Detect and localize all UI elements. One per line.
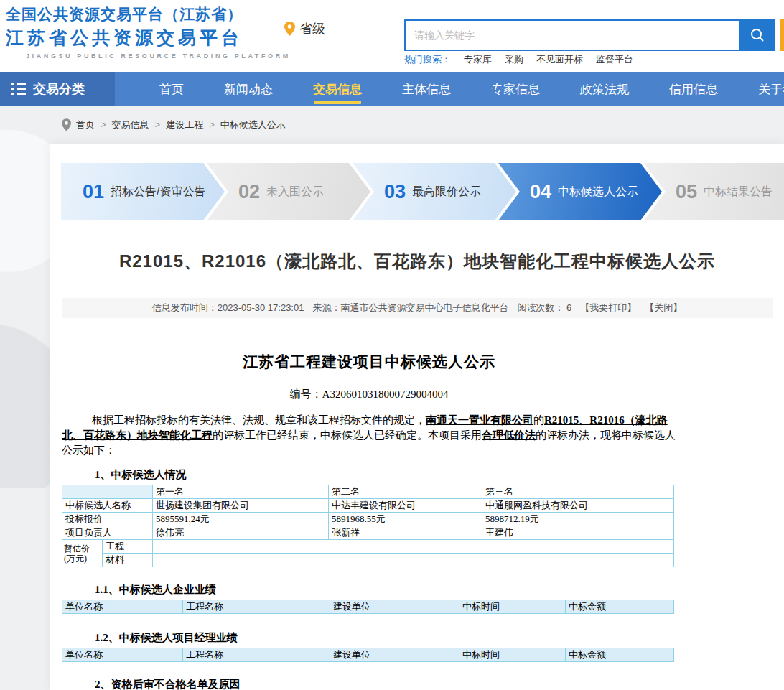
nav-item-专家信息[interactable]: 专家信息 <box>491 72 540 106</box>
nav-item-新闻动态[interactable]: 新闻动态 <box>224 72 273 106</box>
nav-item-关于我们[interactable]: 关于我们 <box>758 72 784 106</box>
trade-category-button[interactable]: 交易分类 <box>0 72 115 106</box>
search-button[interactable] <box>739 19 775 51</box>
step-label: 中标结果公告 <box>704 185 773 200</box>
step-label: 未入围公示 <box>266 185 324 200</box>
step-label: 最高限价公示 <box>412 185 481 200</box>
process-steps: 01招标公告/资审公告02未入围公示03最高限价公示04中标候选人公示05中标结… <box>61 163 784 220</box>
hot-search-item[interactable]: 监督平台 <box>596 54 633 65</box>
column-header: 工程名称 <box>183 600 330 614</box>
article-meta-bar: 信息发布时间：2023-05-30 17:23:01 来源：南通市公共资源交易中… <box>62 298 773 318</box>
platform-level: 省级 <box>284 20 325 37</box>
row-label: 中标候选人名称 <box>62 499 153 513</box>
main-nav: 交易分类 首页新闻动态交易信息主体信息专家信息政策法规信用信息关于我们 <box>0 72 784 106</box>
breadcrumb-pin-icon <box>62 118 71 131</box>
row-value: 徐伟亮 <box>153 526 329 540</box>
row-value: 世扬建设集团有限公司 <box>153 499 329 513</box>
table-header-row: 单位名称工程名称建设单位中标时间中标金额 <box>62 600 674 614</box>
row-value: 5895591.24元 <box>153 513 329 526</box>
document-paragraph: 根据工程招标投标的有关法律、法规、规章和该工程招标文件的规定，南通天一置业有限公… <box>62 413 676 458</box>
search-input[interactable] <box>404 19 739 51</box>
row-value: 中通服网盈科技有限公司 <box>482 499 674 513</box>
column-header: 中标时间 <box>459 648 566 662</box>
table-row: 项目负责人徐伟亮张新祥王建伟 <box>62 526 674 540</box>
process-step-01[interactable]: 01招标公告/资审公告 <box>61 163 225 220</box>
view-count: 阅读次数： 6 <box>517 302 571 314</box>
close-button[interactable]: 【关闭】 <box>645 302 682 314</box>
paragraph-emphasis: 合理低价法 <box>482 429 536 441</box>
logo-tagline: JIANGSU PUBLIC RESOURCE TRADING PLATFORM <box>26 52 291 60</box>
row-value: 5898712.19元 <box>482 513 674 526</box>
nav-item-首页[interactable]: 首页 <box>159 72 184 106</box>
section1-heading: 1、中标候选人情况 <box>95 468 676 482</box>
table-row: 材料 <box>62 554 674 567</box>
nav-item-主体信息[interactable]: 主体信息 <box>402 72 451 106</box>
hot-search-item[interactable]: 采购 <box>505 54 523 65</box>
breadcrumb-separator: > <box>155 119 161 130</box>
column-header: 单位名称 <box>62 648 183 662</box>
publish-time: 信息发布时间：2023-05-30 17:23:01 <box>152 302 304 314</box>
breadcrumb: 首页>交易信息>建设工程>中标候选人公示 <box>62 106 286 144</box>
location-pin-icon <box>284 22 295 36</box>
table-row: 中标候选人名称世扬建设集团有限公司中达丰建设有限公司中通服网盈科技有限公司 <box>62 499 674 513</box>
candidates-table: 第一名第二名第三名中标候选人名称世扬建设集团有限公司中达丰建设有限公司中通服网盈… <box>62 485 674 567</box>
process-step-04[interactable]: 04中标候选人公示 <box>498 163 662 220</box>
breadcrumb-item[interactable]: 交易信息 <box>112 119 149 130</box>
trade-category-label: 交易分类 <box>33 80 85 98</box>
breadcrumb-item[interactable]: 建设工程 <box>166 119 203 130</box>
content-card: 01招标公告/资审公告02未入围公示03最高限价公示04中标候选人公示05中标结… <box>50 144 784 690</box>
process-step-05[interactable]: 05中标结果公告 <box>644 163 784 220</box>
table-row: 投标报价5895591.24元5891968.55元5898712.19元 <box>62 513 674 526</box>
rank-header: 第二名 <box>329 485 482 499</box>
nav-item-交易信息[interactable]: 交易信息 <box>313 72 362 106</box>
estimate-value <box>153 554 674 567</box>
breadcrumb-separator: > <box>101 119 106 130</box>
breadcrumb-item[interactable]: 首页 <box>76 119 95 130</box>
row-value: 张新祥 <box>329 526 482 540</box>
row-value: 王建伟 <box>482 526 674 540</box>
document-code: 编号：A3206010318000729004004 <box>62 388 676 401</box>
step-number: 05 <box>676 181 697 203</box>
hot-search-label: 热门搜索： <box>404 53 451 66</box>
site-logo: 全国公共资源交易平台（江苏省） 江苏省公共资源交易平台 JIANGSU PUBL… <box>6 4 291 60</box>
table-row: 第一名第二名第三名 <box>62 485 674 499</box>
step-number: 03 <box>384 181 406 203</box>
corner-cell <box>62 485 153 499</box>
nav-item-政策法规[interactable]: 政策法规 <box>580 72 629 106</box>
list-icon <box>11 82 26 97</box>
paragraph-text: 根据工程招标投标的有关法律、法规、规章和该工程招标文件的规定， <box>92 414 426 426</box>
table-header-row: 单位名称工程名称建设单位中标时间中标金额 <box>62 648 674 662</box>
paragraph-emphasis: 南通天一置业有限公司 <box>426 414 533 426</box>
step-number: 04 <box>530 181 551 203</box>
breadcrumb-separator: > <box>209 119 215 130</box>
logo-line1: 全国公共资源交易平台（江苏省） <box>6 4 291 24</box>
row-value: 中达丰建设有限公司 <box>329 499 482 513</box>
column-header: 中标金额 <box>566 600 674 614</box>
section2-heading: 2、资格后审不合格名单及原因 <box>95 678 676 690</box>
row-label: 投标报价 <box>62 513 153 526</box>
breadcrumb-item[interactable]: 中标候选人公示 <box>220 119 286 130</box>
column-header: 中标时间 <box>459 600 566 614</box>
column-header: 建设单位 <box>330 648 459 662</box>
row-value: 5891968.55元 <box>329 513 482 526</box>
table-row: 暂估价(万元)工程 <box>62 540 674 554</box>
manager-performance-table: 单位名称工程名称建设单位中标时间中标金额 <box>62 648 674 662</box>
source: 来源：南通市公共资源交易中心电子信息化平台 <box>312 302 508 314</box>
process-step-03[interactable]: 03最高限价公示 <box>353 163 516 220</box>
hot-search-item[interactable]: 不见面开标 <box>536 54 583 65</box>
header-side-accent <box>780 19 784 51</box>
estimate-sub-label: 工程 <box>103 540 153 554</box>
hot-search-row: 热门搜索： 专家库采购不见面开标监督平台 <box>404 53 633 66</box>
hot-search-item[interactable]: 专家库 <box>464 54 492 65</box>
enterprise-performance-table: 单位名称工程名称建设单位中标时间中标金额 <box>62 600 674 614</box>
search-icon <box>750 27 765 43</box>
nav-item-信用信息[interactable]: 信用信息 <box>669 72 718 106</box>
column-header: 工程名称 <box>183 648 330 662</box>
process-step-02[interactable]: 02未入围公示 <box>207 163 370 220</box>
logo-line2: 江苏省公共资源交易平台 <box>6 26 291 50</box>
document-body: 江苏省工程建设项目中标候选人公示 编号：A3206010318000729004… <box>62 343 676 690</box>
section1-1-heading: 1.1、中标候选人企业业绩 <box>95 583 676 597</box>
section1-2-heading: 1.2、中标候选人项目经理业绩 <box>95 631 676 645</box>
step-number: 01 <box>83 181 104 203</box>
print-button[interactable]: 【我要打印】 <box>580 302 636 314</box>
